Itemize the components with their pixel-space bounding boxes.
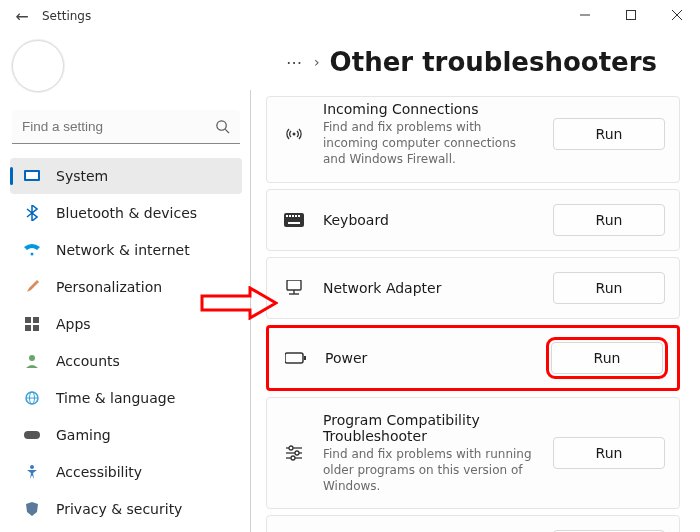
svg-rect-12 xyxy=(33,325,39,331)
keyboard-icon xyxy=(281,213,307,227)
sliders-icon xyxy=(281,445,307,461)
svg-rect-21 xyxy=(286,215,288,217)
svg-point-13 xyxy=(29,355,35,361)
sidebar-item-label: Accessibility xyxy=(56,464,142,480)
sidebar-item-label: Personalization xyxy=(56,279,162,295)
run-button[interactable]: Run xyxy=(553,204,665,236)
svg-point-18 xyxy=(30,465,34,469)
accounts-icon xyxy=(22,354,42,368)
svg-rect-30 xyxy=(285,353,303,363)
svg-rect-11 xyxy=(25,325,31,331)
svg-rect-9 xyxy=(25,317,31,323)
svg-rect-26 xyxy=(288,222,300,224)
brush-icon xyxy=(22,280,42,294)
battery-icon xyxy=(283,352,309,364)
close-button[interactable] xyxy=(654,0,700,30)
globe-icon xyxy=(22,391,42,405)
accessibility-icon xyxy=(22,465,42,479)
troubleshooter-incoming-connections: Incoming Connections Find and fix proble… xyxy=(266,96,680,183)
troubleshooter-title: Network Adapter xyxy=(323,280,537,296)
antenna-icon xyxy=(281,125,307,143)
shield-icon xyxy=(22,502,42,516)
sidebar-item-label: Privacy & security xyxy=(56,501,182,517)
svg-line-5 xyxy=(225,129,229,133)
svg-rect-1 xyxy=(627,11,636,20)
sidebar-item-label: Network & internet xyxy=(56,242,190,258)
maximize-button[interactable] xyxy=(608,0,654,30)
troubleshooter-title: Program Compatibility Troubleshooter xyxy=(323,412,537,444)
troubleshooter-network-adapter: Network Adapter Run xyxy=(266,257,680,319)
svg-point-33 xyxy=(289,446,293,450)
svg-rect-7 xyxy=(26,172,38,179)
svg-rect-31 xyxy=(304,356,306,360)
run-button[interactable]: Run xyxy=(553,437,665,469)
wifi-icon xyxy=(22,244,42,256)
troubleshooter-title: Keyboard xyxy=(323,212,537,228)
sidebar-item-label: Gaming xyxy=(56,427,111,443)
gaming-icon xyxy=(22,429,42,441)
search-box[interactable] xyxy=(12,110,240,144)
sidebar-item-label: Bluetooth & devices xyxy=(56,205,197,221)
sidebar-item-label: System xyxy=(56,168,108,184)
sidebar-item-accounts[interactable]: Accounts xyxy=(10,343,242,379)
search-icon xyxy=(215,119,230,134)
bluetooth-icon xyxy=(22,205,42,221)
search-input[interactable] xyxy=(22,119,215,134)
page-title: Other troubleshooters xyxy=(330,47,657,77)
svg-rect-22 xyxy=(289,215,291,217)
sidebar-item-label: Accounts xyxy=(56,353,120,369)
minimize-button[interactable] xyxy=(562,0,608,30)
breadcrumb-more[interactable]: ⋯ xyxy=(286,53,304,72)
avatar xyxy=(12,40,64,92)
svg-rect-17 xyxy=(24,431,40,439)
sidebar-item-update[interactable]: Windows Update xyxy=(10,528,242,532)
troubleshooter-title: Power xyxy=(325,350,535,366)
svg-point-4 xyxy=(217,121,226,130)
troubleshooter-title: Incoming Connections xyxy=(323,101,537,117)
svg-point-35 xyxy=(295,451,299,455)
run-button[interactable]: Run xyxy=(553,118,665,150)
svg-rect-23 xyxy=(292,215,294,217)
troubleshooter-program-compat: Program Compatibility Troubleshooter Fin… xyxy=(266,397,680,510)
svg-point-19 xyxy=(293,133,296,136)
svg-point-8 xyxy=(31,253,34,256)
network-adapter-icon xyxy=(281,280,307,296)
svg-rect-24 xyxy=(295,215,297,217)
troubleshooter-power: Power Run xyxy=(266,325,680,391)
troubleshooter-desc: Find and fix problems with incoming comp… xyxy=(323,119,533,168)
chevron-right-icon: › xyxy=(314,54,320,70)
user-profile[interactable] xyxy=(10,36,242,100)
sidebar-item-accessibility[interactable]: Accessibility xyxy=(10,454,242,490)
sidebar-item-bluetooth[interactable]: Bluetooth & devices xyxy=(10,195,242,231)
run-button[interactable]: Run xyxy=(553,272,665,304)
troubleshooter-keyboard: Keyboard Run xyxy=(266,189,680,251)
sidebar-item-label: Time & language xyxy=(56,390,175,406)
apps-icon xyxy=(22,317,42,331)
svg-point-37 xyxy=(291,456,295,460)
svg-rect-10 xyxy=(33,317,39,323)
svg-rect-25 xyxy=(298,215,300,217)
sidebar-item-time[interactable]: Time & language xyxy=(10,380,242,416)
sidebar-item-privacy[interactable]: Privacy & security xyxy=(10,491,242,527)
back-button[interactable]: ← xyxy=(10,7,34,26)
troubleshooter-recording-audio: Recording Audio Run xyxy=(266,515,680,532)
annotation-arrow xyxy=(200,286,278,320)
profile-name xyxy=(76,49,216,83)
window-title: Settings xyxy=(42,9,91,23)
sidebar-item-label: Apps xyxy=(56,316,91,332)
run-button[interactable]: Run xyxy=(551,342,663,374)
sidebar-item-network[interactable]: Network & internet xyxy=(10,232,242,268)
sidebar-item-system[interactable]: System xyxy=(10,158,242,194)
troubleshooter-desc: Find and fix problems with running older… xyxy=(323,446,533,495)
system-icon xyxy=(22,170,42,182)
svg-rect-27 xyxy=(287,280,301,290)
sidebar-item-gaming[interactable]: Gaming xyxy=(10,417,242,453)
